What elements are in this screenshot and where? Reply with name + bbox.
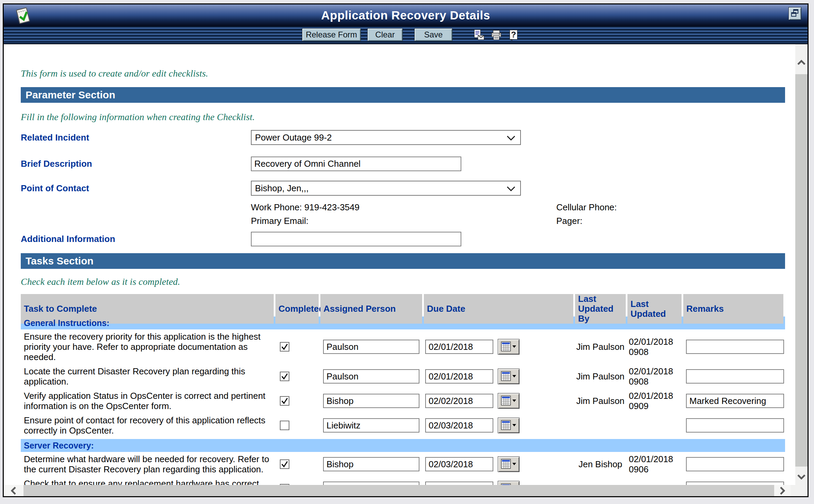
calendar-picker-button[interactable]	[498, 418, 520, 433]
table-cell	[275, 372, 319, 381]
table-cell	[275, 342, 319, 352]
remarks-input[interactable]	[686, 457, 784, 471]
due-date-input[interactable]	[425, 369, 493, 384]
scroll-up-icon[interactable]	[795, 55, 808, 70]
checklist-icon	[13, 6, 33, 26]
print-icon[interactable]	[490, 29, 502, 41]
vertical-scrollbar-thumb[interactable]	[795, 74, 808, 467]
completed-checkbox[interactable]	[280, 372, 289, 381]
task-row: Check that to ensure any replacement har…	[21, 476, 785, 485]
due-date-input[interactable]	[425, 457, 493, 471]
table-cell	[275, 421, 319, 430]
assigned-person-input[interactable]	[323, 394, 419, 408]
table-cell	[275, 396, 319, 406]
scroll-right-icon[interactable]	[774, 485, 791, 496]
release-form-button[interactable]: Release Form	[302, 28, 361, 41]
tasks-section-note: Check each item below as it is completed…	[21, 276, 795, 287]
completed-checkbox[interactable]	[280, 421, 289, 430]
assigned-person-input[interactable]	[323, 340, 419, 354]
last-updated-by-text: Jen Bishop	[575, 459, 626, 470]
pager-text: Pager:	[556, 215, 795, 227]
due-date-input[interactable]	[425, 340, 493, 354]
remarks-input[interactable]	[686, 369, 784, 384]
table-cell	[683, 394, 783, 408]
table-cell	[683, 418, 783, 433]
table-cell	[683, 482, 783, 485]
restore-window-button[interactable]	[788, 7, 801, 20]
calendar-picker-button[interactable]	[498, 481, 520, 485]
table-cell	[320, 418, 422, 433]
cellular-phone-text: Cellular Phone:	[556, 201, 795, 213]
table-cell	[275, 459, 319, 469]
parameter-section-note: Fill in the following information when c…	[21, 112, 795, 123]
table-cell	[424, 339, 573, 355]
table-cell	[424, 456, 573, 472]
calendar-picker-button[interactable]	[498, 369, 520, 384]
contact-info: Work Phone: 919-423-3549 Cellular Phone:…	[251, 201, 795, 227]
restore-window-icon	[790, 14, 800, 19]
calendar-picker-button[interactable]	[498, 339, 520, 355]
last-updated-by-text: Jim Paulson	[575, 371, 626, 382]
calendar-icon	[501, 395, 516, 407]
category-row: Server Recovery:	[21, 439, 785, 452]
remarks-input[interactable]	[686, 418, 784, 433]
due-date-input[interactable]	[425, 482, 493, 485]
scroll-left-icon[interactable]	[4, 485, 23, 496]
table-cell	[320, 340, 422, 354]
additional-information-input[interactable]	[251, 232, 461, 246]
calendar-icon	[501, 371, 516, 383]
table-cell	[320, 369, 422, 384]
table-cell	[424, 369, 573, 384]
calendar-picker-button[interactable]	[498, 393, 520, 409]
assigned-person-input[interactable]	[323, 369, 419, 384]
brief-description-label: Brief Description	[21, 159, 251, 169]
remarks-input[interactable]	[686, 482, 784, 485]
column-header-last-updated-by: Last Updated By	[575, 294, 626, 324]
last-updated-text: 02/01/2018 0906	[627, 454, 682, 474]
calendar-icon	[501, 341, 516, 353]
toolbar-buttons: Release Form Clear Save	[302, 28, 452, 41]
calendar-icon	[501, 420, 516, 432]
calendar-picker-button[interactable]	[498, 456, 520, 472]
tasks-section-header: Tasks Section	[21, 253, 785, 269]
remarks-input[interactable]	[686, 394, 784, 408]
help-icon[interactable]: ?	[508, 29, 520, 41]
dropdown-chevron-icon	[507, 132, 515, 143]
titlebar: Application Recovery Details	[4, 4, 808, 26]
app-window: Application Recovery Details Release For…	[3, 3, 809, 497]
last-updated-text: 02/01/2018 0908	[627, 337, 682, 357]
send-document-icon[interactable]	[473, 29, 485, 41]
table-cell	[424, 418, 573, 433]
completed-checkbox[interactable]	[280, 459, 289, 469]
brief-description-input[interactable]	[251, 157, 461, 171]
table-cell	[320, 482, 422, 485]
last-updated-by-text: Jim Paulson	[575, 396, 626, 406]
assigned-person-input[interactable]	[323, 482, 419, 485]
clear-button[interactable]: Clear	[367, 28, 403, 41]
last-updated-by-text: Jim Paulson	[575, 342, 626, 352]
scroll-down-icon[interactable]	[795, 469, 808, 484]
due-date-input[interactable]	[425, 394, 493, 408]
toolbar: Release Form Clear Save	[4, 26, 808, 44]
assigned-person-input[interactable]	[323, 418, 419, 433]
remarks-input[interactable]	[686, 340, 784, 354]
table-cell	[320, 394, 422, 408]
completed-checkbox[interactable]	[280, 396, 289, 406]
task-text: Check that to ensure any replacement har…	[21, 476, 274, 485]
form-purpose-note: This form is used to create and/or edit …	[21, 68, 795, 79]
horizontal-scrollbar[interactable]	[4, 485, 808, 496]
point-of-contact-select[interactable]: Bishop, Jen,,,	[251, 181, 521, 196]
completed-checkbox[interactable]	[280, 342, 289, 352]
table-cell	[683, 457, 783, 471]
task-row: Ensure point of contact for recovery of …	[21, 413, 785, 438]
table-cell	[424, 393, 573, 409]
task-text: Locate the current Disaster Recovery pla…	[21, 364, 274, 389]
vertical-scrollbar[interactable]	[795, 44, 808, 485]
related-incident-select[interactable]: Power Outage 99-2	[251, 130, 521, 145]
task-row: Verify application Status in OpsCenter i…	[21, 389, 785, 413]
horizontal-scrollbar-thumb[interactable]	[23, 485, 774, 496]
save-button[interactable]: Save	[414, 28, 452, 41]
assigned-person-input[interactable]	[323, 457, 419, 471]
related-incident-value: Power Outage 99-2	[255, 132, 332, 143]
due-date-input[interactable]	[425, 418, 493, 433]
